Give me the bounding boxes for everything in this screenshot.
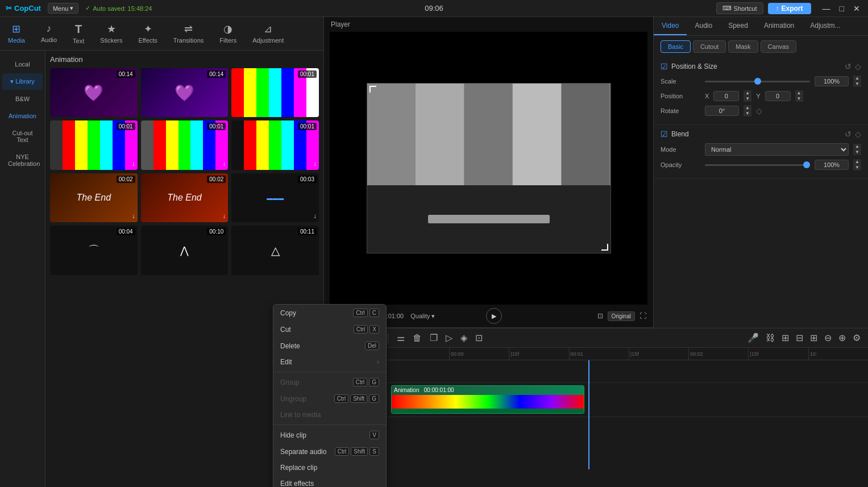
ctx-copy[interactable]: Copy Ctrl C bbox=[273, 305, 386, 321]
grid-item[interactable]: The End 00:02 ↓ bbox=[141, 173, 229, 222]
snap-button[interactable]: ⊞ bbox=[780, 331, 791, 345]
quality-button[interactable]: Quality ▾ bbox=[410, 313, 434, 320]
close-button[interactable]: ✕ bbox=[851, 4, 862, 13]
play-button[interactable]: ▶ bbox=[486, 308, 502, 324]
grid-item[interactable]: 00:01 ↓ bbox=[141, 120, 229, 169]
sidebar-item-cutout[interactable]: Cut-out Text bbox=[2, 125, 43, 148]
blend-reset-button[interactable]: ↺ bbox=[845, 130, 852, 139]
mic-button[interactable]: 🎤 bbox=[746, 331, 761, 345]
ctx-separate-audio[interactable]: Separate audio Ctrl Shift S bbox=[273, 443, 386, 460]
ctx-cut[interactable]: Cut Ctrl X bbox=[273, 321, 386, 338]
subtab-cutout[interactable]: Cutout bbox=[693, 40, 726, 53]
download-icon[interactable]: ↓ bbox=[222, 212, 226, 220]
grid-item[interactable]: ⌒ 00:04 bbox=[50, 226, 138, 274]
opacity-down-button[interactable]: ▼ bbox=[853, 165, 861, 170]
tl-btn4[interactable]: ⊖ bbox=[823, 331, 833, 345]
tl-btn2[interactable]: ⊟ bbox=[794, 331, 805, 345]
maximize-button[interactable]: □ bbox=[837, 4, 846, 13]
original-button[interactable]: Original bbox=[608, 311, 635, 321]
rotate-up-button[interactable]: ▲ bbox=[744, 105, 751, 111]
tab-adjustment[interactable]: Adjustm... bbox=[802, 17, 848, 35]
fullscreen-button[interactable]: ⛶ bbox=[639, 312, 646, 320]
download-icon[interactable]: ↓ bbox=[313, 160, 317, 168]
blend-clear-button[interactable]: ◇ bbox=[855, 130, 861, 139]
grid-item[interactable]: 00:01 ↓ bbox=[50, 120, 138, 169]
tl-btn5[interactable]: ⊕ bbox=[837, 331, 848, 345]
ctx-edit[interactable]: Edit › bbox=[273, 354, 386, 370]
color-button[interactable]: ◈ bbox=[459, 331, 469, 345]
tab-animation[interactable]: Animation bbox=[756, 17, 802, 35]
download-icon[interactable]: ↓ bbox=[132, 160, 135, 168]
sidebar-item-baw[interactable]: B&W bbox=[2, 91, 43, 107]
tool-effects[interactable]: ✦ Effects bbox=[130, 20, 165, 47]
grid-item[interactable]: ▬▬▬ 00:03 ↓ bbox=[231, 173, 319, 222]
delete-button[interactable]: 🗑 bbox=[411, 331, 423, 345]
tool-adjustment[interactable]: ⊿ Adjustment bbox=[244, 20, 292, 47]
position-y-input[interactable] bbox=[765, 91, 791, 101]
tab-video[interactable]: Video bbox=[654, 17, 687, 35]
x-down-button[interactable]: ▼ bbox=[744, 96, 751, 102]
opacity-up-button[interactable]: ▲ bbox=[853, 159, 861, 165]
position-clear-button[interactable]: ◇ bbox=[855, 62, 861, 71]
sidebar-item-animation[interactable]: Animation bbox=[2, 108, 43, 124]
export-button[interactable]: ↑ Export bbox=[768, 3, 811, 14]
link-button[interactable]: ⛓ bbox=[764, 331, 776, 345]
position-reset-button[interactable]: ↺ bbox=[845, 62, 852, 71]
sidebar-item-local[interactable]: Local bbox=[2, 56, 43, 72]
download-icon[interactable]: ↓ bbox=[313, 212, 317, 220]
opacity-slider[interactable] bbox=[705, 164, 810, 166]
tab-speed[interactable]: Speed bbox=[720, 17, 756, 35]
mode-up-button[interactable]: ▲ bbox=[853, 144, 861, 149]
minimize-button[interactable]: — bbox=[820, 4, 833, 13]
tool-stickers[interactable]: ★ Stickers bbox=[92, 20, 130, 47]
tool-transitions[interactable]: ⇌ Transitions bbox=[165, 20, 211, 47]
tool-audio[interactable]: ♪ Audio bbox=[33, 20, 65, 47]
position-x-input[interactable] bbox=[713, 91, 739, 101]
grid-item[interactable]: △ 00:11 bbox=[231, 226, 319, 274]
opacity-input[interactable] bbox=[815, 160, 849, 170]
menu-button[interactable]: Menu ▾ bbox=[48, 3, 79, 14]
y-up-button[interactable]: ▲ bbox=[795, 90, 803, 96]
subtab-basic[interactable]: Basic bbox=[661, 40, 691, 53]
scale-up-button[interactable]: ▲ bbox=[853, 76, 861, 81]
tool-text[interactable]: T Text bbox=[65, 20, 92, 47]
subtab-mask[interactable]: Mask bbox=[728, 40, 758, 53]
tl-settings-button[interactable]: ⚙ bbox=[851, 331, 862, 345]
tool-filters[interactable]: ◑ Filters bbox=[211, 20, 244, 47]
shortcut-button[interactable]: ⌨ Shortcut bbox=[716, 2, 763, 14]
copy-button[interactable]: ❐ bbox=[428, 331, 439, 345]
ctx-delete[interactable]: Delete Del bbox=[273, 338, 386, 354]
ctx-replace-clip[interactable]: Replace clip bbox=[273, 460, 386, 476]
blend-mode-select[interactable]: Normal Multiply Screen bbox=[705, 143, 849, 156]
rotate-down-button[interactable]: ▼ bbox=[744, 111, 751, 116]
speed-button[interactable]: ▷ bbox=[444, 331, 454, 345]
grid-item[interactable]: 💜 00:14 bbox=[50, 68, 138, 117]
pip-button[interactable]: ⊡ bbox=[597, 312, 603, 320]
scale-slider[interactable] bbox=[705, 81, 810, 82]
download-icon[interactable]: ↓ bbox=[222, 160, 226, 168]
grid-item[interactable]: ⋀ 00:10 bbox=[141, 226, 229, 274]
split-button[interactable]: ⚌ bbox=[395, 331, 406, 345]
ctx-hide-clip[interactable]: Hide clip V bbox=[273, 427, 386, 443]
grid-item[interactable]: 00:01 ↓ bbox=[231, 68, 319, 117]
download-icon[interactable]: ↓ bbox=[132, 212, 135, 220]
sidebar-item-library[interactable]: ▾ Library bbox=[2, 73, 43, 90]
scale-down-button[interactable]: ▼ bbox=[853, 81, 861, 87]
download-icon[interactable]: ↓ bbox=[313, 107, 317, 115]
sidebar-item-nye[interactable]: NYE Celebration bbox=[2, 149, 43, 172]
crop-button[interactable]: ⊡ bbox=[474, 331, 484, 345]
ctx-edit-effects[interactable]: Edit effects bbox=[273, 476, 386, 487]
subtab-canvas[interactable]: Canvas bbox=[761, 40, 796, 53]
animation-clip[interactable]: Animation 00:00:01:00 bbox=[391, 385, 584, 414]
tool-media[interactable]: ⊞ Media bbox=[0, 20, 33, 47]
rotate-input[interactable] bbox=[705, 106, 739, 116]
grid-item[interactable]: The End 00:02 ↓ bbox=[50, 173, 138, 222]
rotate-clear-button[interactable]: ◇ bbox=[756, 106, 762, 115]
tab-audio[interactable]: Audio bbox=[687, 17, 720, 35]
grid-item[interactable]: 💜 00:14 bbox=[141, 68, 229, 117]
x-up-button[interactable]: ▲ bbox=[744, 90, 751, 96]
mode-down-button[interactable]: ▼ bbox=[853, 149, 861, 155]
y-down-button[interactable]: ▼ bbox=[795, 96, 803, 102]
tl-btn3[interactable]: ⊞ bbox=[808, 331, 819, 345]
scale-input[interactable] bbox=[815, 76, 849, 86]
